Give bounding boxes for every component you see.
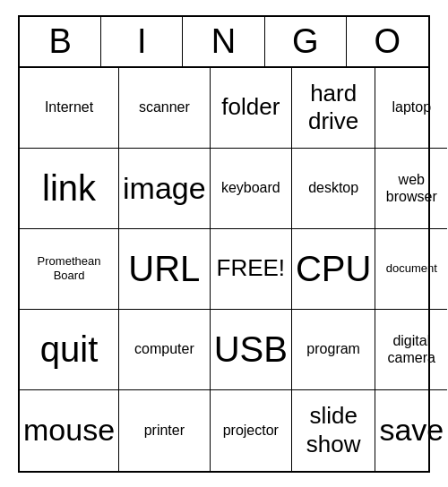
bingo-cell: URL xyxy=(119,229,211,310)
bingo-cell-text: Internet xyxy=(45,98,93,115)
bingo-header-letter: G xyxy=(265,17,347,66)
bingo-cell: slideshow xyxy=(292,390,375,471)
bingo-cell-text: printer xyxy=(144,422,185,439)
bingo-cell-text: FREE! xyxy=(217,254,286,282)
bingo-grid: Internetscannerfolderharddrivelaptoplink… xyxy=(20,68,428,471)
bingo-cell: FREE! xyxy=(211,229,292,310)
bingo-cell: printer xyxy=(119,390,211,471)
bingo-header-letter: I xyxy=(101,17,183,66)
bingo-cell: scanner xyxy=(119,68,211,149)
bingo-cell-text: digitalcamera xyxy=(388,332,435,366)
bingo-cell: keyboard xyxy=(211,149,292,229)
bingo-cell-text: save xyxy=(379,412,444,449)
bingo-cell-text: PrometheanBoard xyxy=(38,254,101,282)
bingo-cell: Internet xyxy=(20,68,119,149)
bingo-cell: webbrowser xyxy=(375,149,447,229)
bingo-cell: mouse xyxy=(20,390,119,471)
bingo-cell-text: slideshow xyxy=(306,402,361,457)
bingo-cell: CPU xyxy=(292,229,375,310)
bingo-header-letter: B xyxy=(20,17,101,66)
bingo-cell-text: document xyxy=(386,261,437,276)
bingo-header: BINGO xyxy=(20,17,428,68)
bingo-cell-text: keyboard xyxy=(221,179,280,196)
bingo-cell-text: mouse xyxy=(23,412,115,449)
bingo-cell-text: program xyxy=(306,340,360,357)
bingo-cell-text: link xyxy=(42,167,96,209)
bingo-cell-text: computer xyxy=(134,340,194,357)
bingo-cell-text: USB xyxy=(214,328,288,371)
bingo-cell-text: webbrowser xyxy=(386,171,437,205)
bingo-cell-text: folder xyxy=(221,93,280,121)
bingo-header-letter: N xyxy=(183,17,264,66)
bingo-cell: document xyxy=(375,229,447,310)
bingo-cell-text: CPU xyxy=(296,247,371,290)
bingo-header-letter: O xyxy=(347,17,428,66)
bingo-cell-text: desktop xyxy=(308,179,358,196)
bingo-cell: link xyxy=(20,149,119,229)
bingo-cell: folder xyxy=(211,68,292,149)
bingo-cell: desktop xyxy=(292,149,375,229)
bingo-cell-text: image xyxy=(123,170,206,207)
bingo-cell-text: scanner xyxy=(139,98,190,115)
bingo-cell: laptop xyxy=(375,68,447,149)
bingo-cell-text: projector xyxy=(223,422,279,439)
bingo-cell-text: quit xyxy=(40,328,99,371)
bingo-cell: projector xyxy=(211,390,292,471)
bingo-cell: computer xyxy=(119,310,211,390)
bingo-cell: program xyxy=(292,310,375,390)
bingo-card: BINGO Internetscannerfolderharddrivelapt… xyxy=(18,15,430,473)
bingo-cell: save xyxy=(375,390,447,471)
bingo-cell: USB xyxy=(211,310,292,390)
bingo-cell-text: laptop xyxy=(392,98,431,115)
bingo-cell-text: URL xyxy=(128,247,200,290)
bingo-cell: quit xyxy=(20,310,119,390)
bingo-cell-text: harddrive xyxy=(308,80,358,135)
bingo-cell: PrometheanBoard xyxy=(20,229,119,310)
bingo-cell: harddrive xyxy=(292,68,375,149)
bingo-cell: image xyxy=(119,149,211,229)
bingo-cell: digitalcamera xyxy=(375,310,447,390)
